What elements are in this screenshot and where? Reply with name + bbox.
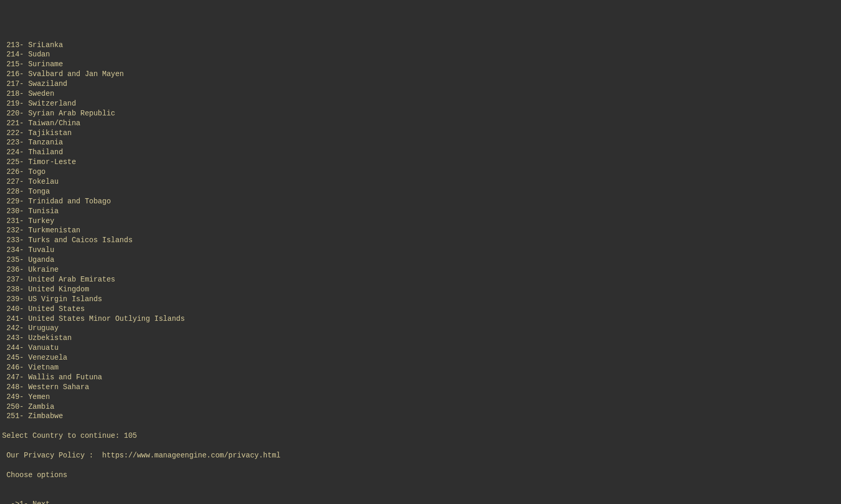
country-list-item: 251- Zimbabwe bbox=[2, 411, 839, 421]
select-country-input[interactable]: 105 bbox=[124, 432, 137, 440]
blank-line bbox=[2, 421, 839, 431]
privacy-policy-url: https://www.manageengine.com/privacy.htm… bbox=[102, 451, 280, 459]
country-list-item: 233- Turks and Caicos Islands bbox=[2, 235, 839, 245]
blank-line bbox=[2, 461, 839, 470]
select-country-prompt: Select Country to continue: bbox=[2, 432, 124, 440]
country-list-item: 214- Sudan bbox=[2, 50, 839, 60]
country-list-item: 223- Tanzania bbox=[2, 138, 839, 147]
country-list-item: 232- Turkmenistan bbox=[2, 226, 839, 235]
country-list-item: 220- Syrian Arab Republic bbox=[2, 109, 839, 118]
country-list-item: 247- Wallis and Futuna bbox=[2, 373, 839, 382]
country-list-item: 228- Tonga bbox=[2, 187, 839, 197]
country-list-item: 230- Tunisia bbox=[2, 206, 839, 216]
select-country-prompt-line: Select Country to continue: 105 bbox=[2, 431, 839, 441]
country-list-item: 243- Uzbekistan bbox=[2, 333, 839, 343]
country-list-item: 226- Togo bbox=[2, 167, 839, 177]
blank-line bbox=[2, 490, 839, 500]
country-list-item: 240- United States bbox=[2, 304, 839, 314]
privacy-policy-label: Our Privacy Policy : bbox=[2, 451, 102, 459]
blank-line bbox=[2, 441, 839, 451]
blank-line bbox=[2, 480, 839, 490]
country-list-item: 227- Tokelau bbox=[2, 177, 839, 187]
country-list-item: 231- Turkey bbox=[2, 216, 839, 226]
country-list-item: 237- United Arab Emirates bbox=[2, 275, 839, 285]
privacy-policy-line: Our Privacy Policy : https://www.managee… bbox=[2, 451, 839, 461]
country-list-item: 242- Uruguay bbox=[2, 323, 839, 333]
country-list-item: 248- Western Sahara bbox=[2, 382, 839, 392]
terminal-output[interactable]: 213- SriLanka 214- Sudan 215- Suriname 2… bbox=[2, 40, 839, 504]
option-item: ->1- Next bbox=[2, 499, 839, 504]
country-list-item: 249- Yemen bbox=[2, 392, 839, 402]
country-list-item: 234- Tuvalu bbox=[2, 245, 839, 255]
country-list-item: 250- Zambia bbox=[2, 402, 839, 412]
country-list-item: 245- Venezuela bbox=[2, 353, 839, 363]
country-list-item: 229- Trinidad and Tobago bbox=[2, 197, 839, 206]
country-list-item: 238- United Kingdom bbox=[2, 285, 839, 294]
country-list-item: 235- Uganda bbox=[2, 255, 839, 265]
country-list-item: 213- SriLanka bbox=[2, 40, 839, 50]
country-list-item: 225- Timor-Leste bbox=[2, 157, 839, 167]
country-list-item: 244- Vanuatu bbox=[2, 343, 839, 353]
country-list-item: 239- US Virgin Islands bbox=[2, 294, 839, 304]
country-list-item: 222- Tajikistan bbox=[2, 128, 839, 138]
country-list-item: 217- Swaziland bbox=[2, 79, 839, 89]
country-list-item: 218- Sweden bbox=[2, 89, 839, 99]
country-list-item: 219- Switzerland bbox=[2, 99, 839, 109]
country-list-item: 246- Vietnam bbox=[2, 363, 839, 373]
choose-options-label: Choose options bbox=[2, 470, 839, 480]
country-list-item: 216- Svalbard and Jan Mayen bbox=[2, 69, 839, 79]
country-list-item: 215- Suriname bbox=[2, 60, 839, 69]
country-list-item: 241- United States Minor Outlying Island… bbox=[2, 314, 839, 324]
country-list-item: 221- Taiwan/China bbox=[2, 118, 839, 128]
country-list-item: 224- Thailand bbox=[2, 147, 839, 157]
country-list-item: 236- Ukraine bbox=[2, 265, 839, 275]
